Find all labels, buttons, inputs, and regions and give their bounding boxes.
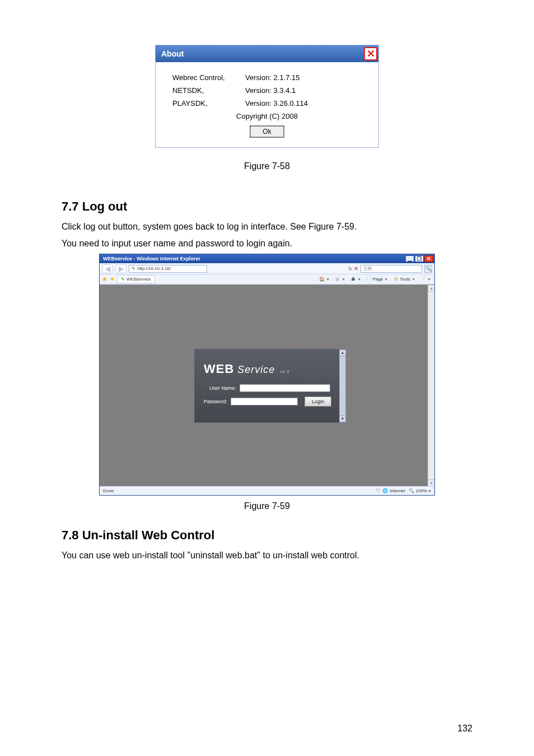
page-number: 132 — [457, 724, 472, 734]
about-row-name: NETSDK, — [172, 86, 245, 95]
search-input[interactable]: 交换 — [360, 265, 422, 273]
window-title: WEBservice - Windows Internet Explorer — [103, 256, 200, 262]
help-icon: ❔ — [420, 277, 426, 282]
about-titlebar: About ✕ — [156, 45, 378, 62]
rss-icon: ▣ — [335, 277, 340, 282]
scroll-up-icon[interactable]: ▴ — [428, 285, 434, 292]
home-icon: 🏠 — [319, 277, 325, 282]
page-icon: ✎ — [121, 277, 125, 282]
address-url: http://10.10.3.16/ — [137, 266, 171, 271]
page-icon: 📄 — [366, 277, 372, 282]
logo-service: Service — [237, 364, 275, 375]
login-scrollbar[interactable]: ▴ ▾ — [339, 349, 346, 422]
password-input[interactable] — [231, 398, 298, 405]
zoom-control[interactable]: 🔍 100% ▾ — [409, 488, 431, 493]
help-button[interactable]: ❔ — [419, 277, 432, 282]
zone-label: Internet — [390, 488, 405, 493]
about-dialog: About ✕ Webrec Control, Version: 2.1.7.1… — [155, 45, 379, 148]
about-copyright: Copyright (C) 2008 — [172, 112, 362, 120]
browser-toolbar: ★ ✦ ✎ WEBservice 🏠 ▣ 🖶 📄Page ⚙Tools ❔ — [100, 274, 434, 284]
figure-caption-7-59: Figure 7-59 — [62, 501, 472, 511]
stop-icon[interactable]: ✕ — [354, 265, 358, 272]
refresh-icon[interactable]: ↻ — [348, 266, 353, 272]
login-button[interactable]: Login — [305, 396, 331, 407]
body-paragraph: You can use web un-install tool "uninsta… — [62, 548, 472, 563]
browser-window: WEBservice - Windows Internet Explorer ▁… — [99, 254, 435, 496]
address-bar[interactable]: ✎ http://10.10.3.16/ — [129, 265, 207, 273]
body-paragraph: Click log out button, system goes back t… — [62, 220, 472, 234]
print-icon: 🖶 — [350, 277, 356, 282]
about-row-webrec: Webrec Control, Version: 2.1.7.15 — [172, 73, 362, 82]
scroll-down-icon[interactable]: ▾ — [339, 416, 346, 422]
add-favorite-icon[interactable]: ✦ — [110, 276, 115, 283]
about-row-version: Version: 3.26.0.114 — [245, 99, 308, 108]
logo-web: WEB — [204, 362, 234, 376]
about-row-name: PLAYSDK, — [172, 99, 245, 108]
print-button[interactable]: 🖶 — [349, 277, 362, 282]
maximize-icon[interactable]: ❐ — [415, 255, 424, 262]
scroll-track[interactable] — [428, 292, 434, 479]
tools-menu-button[interactable]: ⚙Tools — [391, 277, 416, 282]
about-row-name: Webrec Control, — [172, 73, 245, 82]
browser-tab[interactable]: ✎ WEBservice — [117, 276, 155, 283]
username-input[interactable] — [240, 384, 330, 392]
password-label: Password: — [204, 399, 227, 404]
section-heading-7-8: 7.8 Un-install Web Control — [62, 528, 472, 543]
page-icon: ✎ — [132, 266, 135, 271]
password-row: Password: Login — [204, 396, 330, 407]
gear-icon: ⚙ — [393, 277, 399, 282]
security-zone: 🛡 🌐 Internet — [376, 488, 405, 493]
close-icon[interactable]: ✕ — [364, 47, 377, 60]
status-bar: Done 🛡 🌐 Internet 🔍 100% ▾ — [100, 486, 434, 495]
logo-version: v2.0 — [280, 370, 289, 374]
about-body: Webrec Control, Version: 2.1.7.15 NETSDK… — [156, 62, 378, 147]
about-row-playsdk: PLAYSDK, Version: 3.26.0.114 — [172, 99, 362, 108]
scroll-up-icon[interactable]: ▴ — [339, 349, 346, 356]
web-login-panel: WEB Service v2.0 User Name: Password: Lo… — [194, 349, 340, 423]
section-heading-7-7: 7.7 Log out — [62, 199, 472, 214]
home-button[interactable]: 🏠 — [317, 277, 331, 282]
body-paragraph: You need to input user name and password… — [62, 236, 472, 251]
chevron-down-icon: ▾ — [429, 489, 431, 493]
status-text: Done — [103, 488, 114, 493]
toolbar-page-label: Page — [373, 277, 383, 282]
scroll-down-icon[interactable]: ▾ — [428, 479, 434, 486]
minimize-icon[interactable]: ▁ — [405, 255, 414, 262]
zoom-value: 100% — [416, 488, 427, 493]
forward-button[interactable]: ▶ — [115, 264, 127, 273]
username-label: User Name: — [204, 385, 236, 391]
ok-button[interactable]: Ok — [250, 126, 284, 137]
close-icon[interactable]: ✕ — [424, 255, 433, 262]
page-scrollbar[interactable]: ▴ ▾ — [428, 285, 434, 486]
figure-caption-7-58: Figure 7-58 — [62, 161, 472, 171]
browser-titlebar: WEBservice - Windows Internet Explorer ▁… — [100, 254, 434, 263]
browser-nav-bar: ◀ ▶ ✎ http://10.10.3.16/ ↻ ✕ 交换 🔍 — [100, 263, 434, 274]
username-row: User Name: — [204, 384, 330, 392]
favorites-icon[interactable]: ★ — [102, 276, 107, 283]
tab-label: WEBservice — [127, 277, 151, 282]
browser-content: WEB Service v2.0 User Name: Password: Lo… — [100, 284, 434, 486]
page-menu-button[interactable]: 📄Page — [364, 277, 390, 282]
shield-icon: 🛡 — [376, 488, 381, 493]
about-row-netsdk: NETSDK, Version: 3.3.4.1 — [172, 86, 362, 95]
back-button[interactable]: ◀ — [102, 264, 113, 273]
feeds-button[interactable]: ▣ — [333, 277, 346, 282]
scroll-track[interactable] — [339, 356, 346, 416]
about-row-version: Version: 2.1.7.15 — [245, 73, 300, 82]
zoom-icon: 🔍 — [409, 488, 414, 493]
about-title: About — [161, 49, 184, 58]
globe-icon: 🌐 — [382, 488, 388, 493]
toolbar-tools-label: Tools — [400, 277, 410, 282]
search-go-button[interactable]: 🔍 — [424, 265, 432, 273]
about-row-version: Version: 3.3.4.1 — [245, 86, 296, 95]
web-service-logo: WEB Service v2.0 — [204, 362, 330, 376]
